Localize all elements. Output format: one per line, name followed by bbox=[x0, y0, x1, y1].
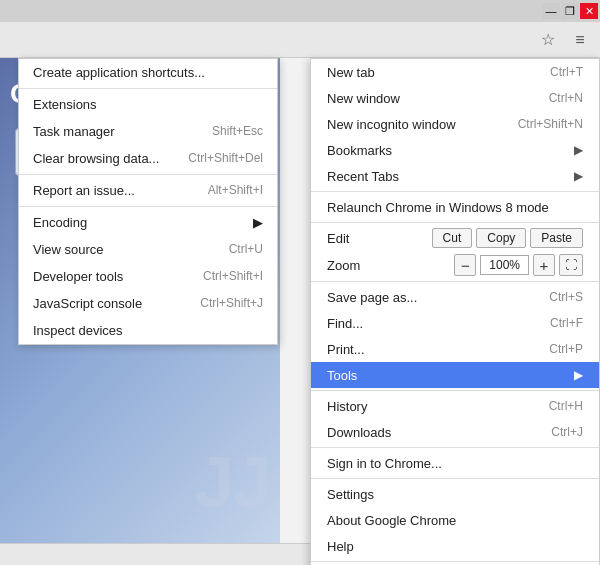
submenu-item-inspect-devices[interactable]: Inspect devices bbox=[19, 317, 277, 344]
chrome-main-menu: New tab Ctrl+T New window Ctrl+N New inc… bbox=[310, 58, 600, 565]
zoom-fullscreen-button[interactable]: ⛶ bbox=[559, 254, 583, 276]
submenu-item-view-source[interactable]: View source Ctrl+U bbox=[19, 236, 277, 263]
menu-item-about[interactable]: About Google Chrome bbox=[311, 507, 599, 533]
menu-item-sign-in[interactable]: Sign in to Chrome... bbox=[311, 450, 599, 476]
menu-item-save-page[interactable]: Save page as... Ctrl+S bbox=[311, 284, 599, 310]
menu-item-settings[interactable]: Settings bbox=[311, 481, 599, 507]
menu-edit-group: Edit Cut Copy Paste bbox=[311, 225, 599, 251]
menu-separator-6 bbox=[311, 478, 599, 479]
submenu-item-js-console[interactable]: JavaScript console Ctrl+Shift+J bbox=[19, 290, 277, 317]
menu-item-bookmarks[interactable]: Bookmarks ▶ bbox=[311, 137, 599, 163]
menu-item-new-tab[interactable]: New tab Ctrl+T bbox=[311, 59, 599, 85]
maximize-button[interactable]: ❐ bbox=[561, 3, 579, 19]
menu-item-history[interactable]: History Ctrl+H bbox=[311, 393, 599, 419]
menu-item-downloads[interactable]: Downloads Ctrl+J bbox=[311, 419, 599, 445]
submenu-item-task-manager[interactable]: Task manager Shift+Esc bbox=[19, 118, 277, 145]
copy-button[interactable]: Copy bbox=[476, 228, 526, 248]
menu-item-recent-tabs[interactable]: Recent Tabs ▶ bbox=[311, 163, 599, 189]
menu-item-tools[interactable]: Tools ▶ bbox=[311, 362, 599, 388]
submenu-item-create-shortcuts[interactable]: Create application shortcuts... bbox=[19, 59, 277, 86]
zoom-plus-button[interactable]: + bbox=[533, 254, 555, 276]
submenu-item-dev-tools[interactable]: Developer tools Ctrl+Shift+I bbox=[19, 263, 277, 290]
menu-item-print[interactable]: Print... Ctrl+P bbox=[311, 336, 599, 362]
menu-zoom-group: Zoom − 100% + ⛶ bbox=[311, 251, 599, 279]
menu-item-relaunch[interactable]: Relaunch Chrome in Windows 8 mode bbox=[311, 194, 599, 220]
submenu-separator-2 bbox=[19, 174, 277, 175]
paste-button[interactable]: Paste bbox=[530, 228, 583, 248]
page-watermark: JJ bbox=[194, 441, 270, 523]
menu-item-new-incognito[interactable]: New incognito window Ctrl+Shift+N bbox=[311, 111, 599, 137]
menu-item-new-window[interactable]: New window Ctrl+N bbox=[311, 85, 599, 111]
submenu-item-extensions[interactable]: Extensions bbox=[19, 91, 277, 118]
bookmark-star-icon[interactable]: ☆ bbox=[534, 26, 562, 54]
chrome-menu-icon[interactable]: ≡ bbox=[566, 26, 594, 54]
submenu-separator-3 bbox=[19, 206, 277, 207]
title-bar: — ❐ ✕ bbox=[0, 0, 600, 22]
submenu-separator-1 bbox=[19, 88, 277, 89]
menu-separator-4 bbox=[311, 390, 599, 391]
menu-separator-1 bbox=[311, 191, 599, 192]
zoom-value: 100% bbox=[480, 255, 529, 275]
close-button[interactable]: ✕ bbox=[580, 3, 598, 19]
submenu-item-report-issue[interactable]: Report an issue... Alt+Shift+I bbox=[19, 177, 277, 204]
tools-submenu: Create application shortcuts... Extensio… bbox=[18, 58, 278, 345]
submenu-item-encoding[interactable]: Encoding ▶ bbox=[19, 209, 277, 236]
menu-item-find[interactable]: Find... Ctrl+F bbox=[311, 310, 599, 336]
cut-button[interactable]: Cut bbox=[432, 228, 473, 248]
submenu-item-clear-browsing[interactable]: Clear browsing data... Ctrl+Shift+Del bbox=[19, 145, 277, 172]
zoom-minus-button[interactable]: − bbox=[454, 254, 476, 276]
menu-separator-2 bbox=[311, 222, 599, 223]
minimize-button[interactable]: — bbox=[542, 3, 560, 19]
menu-separator-5 bbox=[311, 447, 599, 448]
menu-separator-3 bbox=[311, 281, 599, 282]
menu-item-help[interactable]: Help bbox=[311, 533, 599, 559]
nav-bar: ☆ ≡ bbox=[0, 22, 600, 58]
menu-separator-7 bbox=[311, 561, 599, 562]
